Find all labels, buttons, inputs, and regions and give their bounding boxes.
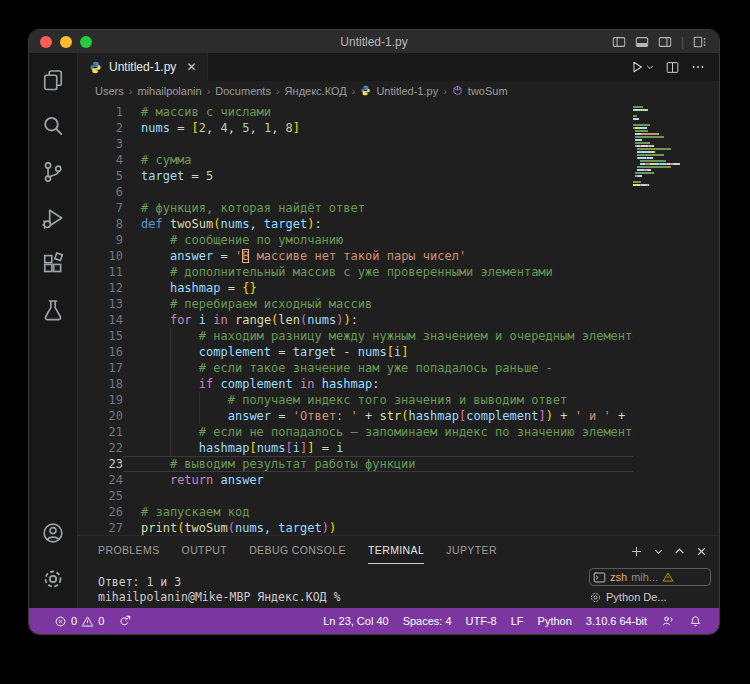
toggle-panel-icon[interactable] [635, 35, 649, 49]
split-editor-icon[interactable] [666, 61, 679, 74]
breadcrumb-item[interactable]: Яндекс.КОД [285, 85, 347, 97]
code-line-8[interactable]: 8def twoSum(nums, target): [78, 216, 633, 232]
extensions-icon[interactable] [29, 241, 77, 287]
panel-tab-jupyter[interactable]: JUPYTER [446, 538, 497, 564]
code-line-21[interactable]: 21 # если не попадалось — запоминаем инд… [78, 424, 633, 440]
vscode-window: Untitled-1.py | Untitled-1.py [29, 30, 719, 634]
minimap[interactable] [633, 100, 719, 535]
run-debug-icon[interactable] [29, 195, 77, 241]
terminal-session-zsh[interactable]: zsh mih... [589, 568, 711, 586]
line-content: # дополнительный массив с уже проверенны… [123, 264, 633, 280]
breadcrumb-symbol[interactable]: twoSum [468, 85, 508, 97]
breadcrumb-item[interactable]: Documents [215, 85, 271, 97]
line-number: 5 [78, 168, 123, 184]
source-control-icon[interactable] [29, 149, 77, 195]
settings-gear-icon[interactable] [29, 556, 77, 602]
cursor-position[interactable]: Ln 23, Col 40 [316, 615, 395, 627]
close-panel-icon[interactable] [696, 546, 707, 557]
code-line-18[interactable]: 18 if complement in hashmap: [78, 376, 633, 392]
line-content [123, 488, 633, 504]
toggle-sidebar-icon[interactable] [612, 35, 626, 49]
code-line-26[interactable]: 26# запускаем код [78, 504, 633, 520]
code-line-10[interactable]: 10 answer = 'В массиве нет такой пары чи… [78, 248, 633, 264]
line-number: 21 [78, 424, 123, 440]
search-icon[interactable] [29, 103, 77, 149]
gear-icon [589, 591, 602, 604]
code-line-24[interactable]: 24 return answer [78, 472, 633, 488]
accounts-icon[interactable] [29, 510, 77, 556]
panel-tab-terminal[interactable]: TERMINAL [368, 538, 424, 564]
code-line-4[interactable]: 4# сумма [78, 152, 633, 168]
line-number: 26 [78, 504, 123, 520]
toggle-secondary-sidebar-icon[interactable] [658, 35, 672, 49]
line-content: # сумма [123, 152, 633, 168]
breadcrumb-item[interactable]: Users [95, 85, 124, 97]
testing-icon[interactable] [29, 287, 77, 333]
tab-close-icon[interactable]: ✕ [186, 60, 196, 74]
line-content: print(twoSum(nums, target)) [123, 520, 633, 535]
line-number: 20 [78, 408, 123, 424]
language-mode[interactable]: Python [531, 615, 579, 627]
code-line-15[interactable]: 15 # находим разницу между нужным значен… [78, 328, 633, 344]
line-content: # массив с числами [123, 104, 633, 120]
code-line-27[interactable]: 27print(twoSum(nums, target)) [78, 520, 633, 535]
traffic-close[interactable] [40, 36, 52, 48]
more-actions-icon[interactable] [691, 60, 705, 74]
python-file-icon [89, 61, 102, 74]
code-line-11[interactable]: 11 # дополнительный массив с уже провере… [78, 264, 633, 280]
code-line-1[interactable]: 1# массив с числами [78, 104, 633, 120]
new-terminal-icon[interactable] [630, 545, 643, 558]
traffic-minimize[interactable] [60, 36, 72, 48]
code-line-2[interactable]: 2nums = [2, 4, 5, 1, 8] [78, 120, 633, 136]
code-line-25[interactable]: 25 [78, 488, 633, 504]
line-number: 23 [78, 456, 123, 472]
problems-indicator[interactable]: 0 0 [47, 615, 111, 628]
code-line-19[interactable]: 19 # получаем индекс того значения и выв… [78, 392, 633, 408]
feedback-icon[interactable] [654, 614, 682, 628]
code-line-23[interactable]: 23 # выводим результат работы функции [78, 456, 633, 472]
line-number: 24 [78, 472, 123, 488]
line-number: 2 [78, 120, 123, 136]
panel-tab-problems[interactable]: PROBLEMS [98, 538, 160, 564]
terminal-dropdown-chevron-icon[interactable] [654, 547, 663, 556]
line-content: nums = [2, 4, 5, 1, 8] [123, 120, 633, 136]
ports-icon[interactable] [111, 614, 139, 628]
code-line-7[interactable]: 7# функция, которая найдёт ответ [78, 200, 633, 216]
eol-setting[interactable]: LF [504, 615, 531, 627]
traffic-zoom[interactable] [80, 36, 92, 48]
line-content: # если не попадалось — запоминаем индекс… [123, 424, 633, 440]
breadcrumb-separator: › [352, 85, 356, 97]
terminal-session-python-debug[interactable]: Python De... [589, 588, 711, 606]
code-line-12[interactable]: 12 hashmap = {} [78, 280, 633, 296]
run-python-file-icon[interactable] [630, 60, 654, 74]
bell-icon[interactable] [682, 615, 709, 628]
panel-tab-output[interactable]: OUTPUT [182, 538, 228, 564]
maximize-panel-icon[interactable] [674, 546, 685, 557]
tab-untitled-1[interactable]: Untitled-1.py ✕ [78, 53, 208, 81]
breadcrumb: Users › mihailpolanin › Documents › Янде… [78, 81, 719, 100]
code-line-16[interactable]: 16 complement = target - nums[i] [78, 344, 633, 360]
breadcrumb-item[interactable]: mihailpolanin [137, 85, 201, 97]
code-editor[interactable]: 1# массив с числами2nums = [2, 4, 5, 1, … [78, 100, 719, 535]
line-number: 12 [78, 280, 123, 296]
code-line-6[interactable]: 6 [78, 184, 633, 200]
code-line-9[interactable]: 9 # сообщение по умолчанию [78, 232, 633, 248]
encoding-setting[interactable]: UTF-8 [459, 615, 504, 627]
breadcrumb-file[interactable]: Untitled-1.py [376, 85, 438, 97]
code-line-22[interactable]: 22 hashmap[nums[i]] = i [78, 440, 633, 456]
session-name: Python De... [606, 591, 667, 603]
indentation-setting[interactable]: Spaces: 4 [396, 615, 459, 627]
panel-tab-debug-console[interactable]: DEBUG CONSOLE [249, 538, 346, 564]
python-interpreter[interactable]: 3.10.6 64-bit [579, 615, 654, 627]
minimap-content [633, 105, 719, 186]
code-line-17[interactable]: 17 # если такое значение нам уже попадал… [78, 360, 633, 376]
explorer-icon[interactable] [29, 57, 77, 103]
terminal-output[interactable]: Ответ: 1 и 3mihailpolanin@Mike-MBP Яндек… [78, 564, 589, 608]
code-line-3[interactable]: 3 [78, 136, 633, 152]
line-content: # перебираем исходный массив [123, 296, 633, 312]
customize-layout-icon[interactable] [693, 35, 707, 49]
code-line-14[interactable]: 14 for i in range(len(nums)): [78, 312, 633, 328]
code-line-20[interactable]: 20 answer = 'Ответ: ' + str(hashmap[comp… [78, 408, 633, 424]
code-line-5[interactable]: 5target = 5 [78, 168, 633, 184]
code-line-13[interactable]: 13 # перебираем исходный массив [78, 296, 633, 312]
